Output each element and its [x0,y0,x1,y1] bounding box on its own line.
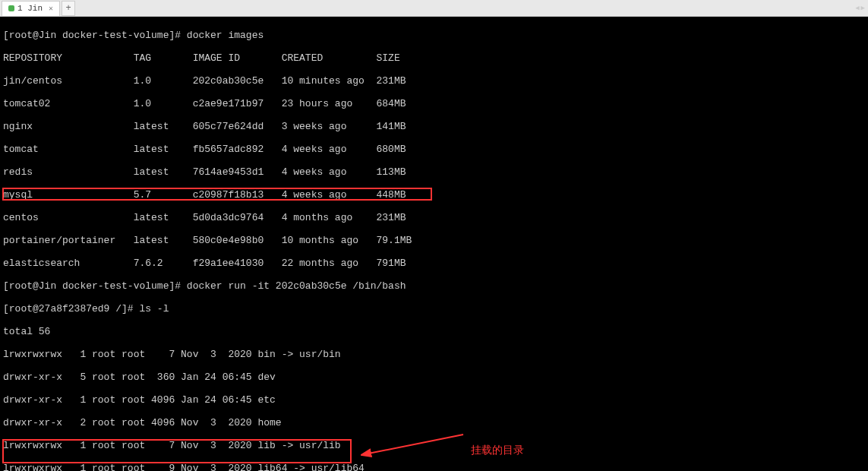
ls-row: drwxr-xr-x 2 root root 4096 Nov 3 2020 h… [3,417,865,428]
prompt: [root@Jin docker-test-volume]# [3,30,187,41]
tab-bar: 1 Jin ✕ + ◀ ▶ [0,0,868,17]
tab-scroll-arrows: ◀ ▶ [855,4,865,12]
prompt: [root@Jin docker-test-volume]# [3,280,187,292]
command: docker run -it 202c0ab30c5e /bin/bash [187,280,406,292]
image-row: nginx latest 605c77e624dd 3 weeks ago 14… [3,121,865,132]
ls-row: drwxr-xr-x 1 root root 4096 Jan 24 06:45… [3,394,865,406]
close-icon[interactable]: ✕ [49,4,53,13]
tab-jin[interactable]: 1 Jin ✕ [2,1,60,16]
image-row: jin/centos 1.0 202c0ab30c5e 10 minutes a… [3,75,865,87]
new-tab-button[interactable]: + [62,1,75,16]
annotation-label: 挂载的目录 [471,444,524,456]
image-row: tomcat latest fb5657adc892 4 weeks ago 6… [3,144,865,155]
image-row: centos latest 5d0da3dc9764 4 months ago … [3,212,865,223]
terminal[interactable]: [root@Jin docker-test-volume]# docker im… [0,17,868,471]
prompt-line: [root@Jin docker-test-volume]# docker ru… [3,280,865,292]
prompt: [root@27a8f2387ed9 /]# [3,303,139,315]
ls-row: lrwxrwxrwx 1 root root 9 Nov 3 2020 lib6… [3,463,865,471]
tab-label: 1 Jin [17,4,43,13]
prompt-line: [root@27a8f2387ed9 /]# ls -l [3,303,865,315]
image-row: tomcat02 1.0 c2ae9e171b97 23 hours ago 6… [3,98,865,109]
ls-row: drwxr-xr-x 5 root root 360 Jan 24 06:45 … [3,371,865,383]
connection-indicator-icon [8,5,14,11]
scroll-right-icon[interactable]: ▶ [861,4,865,12]
scroll-left-icon[interactable]: ◀ [855,4,859,12]
images-header: REPOSITORY TAG IMAGE ID CREATED SIZE [3,52,865,64]
command: ls -l [139,303,169,315]
image-row: portainer/portainer latest 580c0e4e98b0 … [3,235,865,246]
ls-total: total 56 [3,326,865,337]
image-row: mysql 5.7 c20987f18b13 4 weeks ago 448MB [3,189,865,201]
prompt-line: [root@Jin docker-test-volume]# docker im… [3,30,865,41]
ls-row: lrwxrwxrwx 1 root root 7 Nov 3 2020 bin … [3,349,865,360]
ls-row: lrwxrwxrwx 1 root root 7 Nov 3 2020 lib … [3,440,865,451]
command: docker images [187,30,264,41]
image-row: redis latest 7614ae9453d1 4 weeks ago 11… [3,166,865,178]
image-row: elasticsearch 7.6.2 f29a1ee41030 22 mont… [3,258,865,269]
